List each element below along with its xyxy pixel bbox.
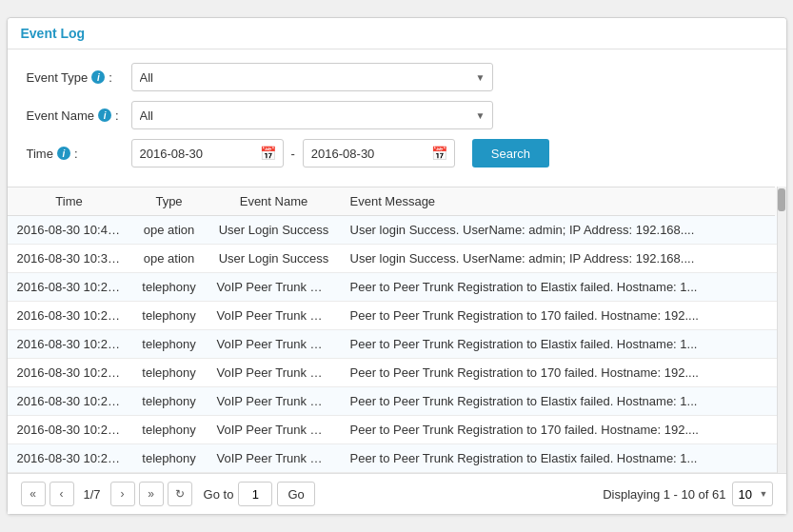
goto-wrap: Go to Go: [204, 482, 315, 506]
cell-event-name: VoIP Peer Trunk Reg...: [208, 330, 341, 359]
form-area: Event Type i: All ▼ Event Name i: All ▼: [8, 49, 786, 187]
go-button[interactable]: Go: [277, 482, 314, 506]
date-to-wrap: 📅: [303, 139, 455, 167]
date-from-input[interactable]: [131, 139, 284, 167]
table-row: 2016-08-30 10:22:10 telephony VoIP Peer …: [8, 416, 786, 444]
cell-event-name: VoIP Peer Trunk Reg...: [208, 416, 341, 444]
cell-time: 2016-08-30 10:35:16: [8, 245, 131, 273]
cell-event-name: VoIP Peer Trunk Reg...: [208, 273, 341, 302]
event-name-info-icon[interactable]: i: [98, 108, 111, 122]
table-row: 2016-08-30 10:22:58 telephony VoIP Peer …: [8, 330, 786, 359]
per-page-select-wrap: 10 20 50 ▼: [732, 482, 773, 506]
th-time: Time: [8, 187, 131, 216]
cell-message: Peer to Peer Trunk Registration to 170 f…: [341, 302, 775, 330]
refresh-button[interactable]: ↻: [168, 482, 192, 506]
displaying-text: Displaying 1 - 10 of 61: [603, 487, 725, 502]
cell-time: 2016-08-30 10:20:26: [8, 444, 131, 473]
cell-type: telephony: [131, 444, 208, 473]
cell-type: telephony: [131, 359, 208, 387]
event-log-panel: Event Log Event Type i: All ▼ Event Name…: [7, 17, 787, 515]
event-name-row: Event Name i: All ▼: [27, 101, 767, 129]
cell-time: 2016-08-30 10:22:11: [8, 387, 131, 416]
time-info-icon[interactable]: i: [57, 147, 70, 160]
event-type-select[interactable]: All: [131, 63, 493, 91]
cell-event-name: VoIP Peer Trunk Reg...: [208, 444, 341, 473]
cell-type: telephony: [131, 416, 208, 444]
table-row: 2016-08-30 10:22:39 telephony VoIP Peer …: [8, 359, 786, 387]
event-type-label: Event Type i:: [27, 70, 131, 85]
event-type-info-icon[interactable]: i: [91, 70, 105, 84]
event-name-select-wrap: All ▼: [131, 101, 493, 129]
table-outer: Time Type Event Name Event Message 2016-…: [8, 187, 786, 473]
event-name-label: Event Name i:: [27, 108, 131, 123]
th-event-name: Event Name: [208, 187, 341, 216]
date-from-wrap: 📅: [131, 139, 284, 167]
next-page-button[interactable]: ›: [110, 482, 135, 506]
cell-message: Peer to Peer Trunk Registration to Elast…: [341, 387, 775, 416]
prev-page-button[interactable]: ‹: [50, 482, 74, 506]
cell-event-name: User Login Success: [208, 245, 341, 273]
displaying-info: Displaying 1 - 10 of 61 10 20 50 ▼: [603, 482, 772, 506]
scrollbar-thumb[interactable]: [778, 188, 785, 211]
panel-title: Event Log: [21, 26, 86, 41]
time-row: Time i: 📅 - 📅 Search: [27, 139, 767, 167]
scrollbar[interactable]: [777, 187, 786, 473]
table-header: Time Type Event Name Event Message: [8, 187, 786, 216]
date-range-wrap: 📅 - 📅 Search: [131, 139, 550, 167]
goto-label: Go to: [204, 487, 234, 502]
per-page-select[interactable]: 10 20 50: [732, 482, 773, 506]
last-page-button[interactable]: »: [139, 482, 164, 506]
cell-type: ope ation: [131, 245, 208, 273]
time-label: Time i:: [27, 147, 131, 161]
cell-message: User login Success. UserName: admin; IP …: [341, 245, 775, 273]
panel-header: Event Log: [8, 18, 786, 49]
cell-message: Peer to Peer Trunk Registration to 170 f…: [341, 359, 775, 387]
cell-event-name: VoIP Peer Trunk Reg...: [208, 387, 341, 416]
event-log-table: Time Type Event Name Event Message 2016-…: [8, 187, 786, 473]
cell-message: Peer to Peer Trunk Registration to Elast…: [341, 273, 775, 302]
cell-message: Peer to Peer Trunk Registration to Elast…: [341, 444, 775, 473]
cell-type: telephony: [131, 273, 208, 302]
page-info: 1/7: [78, 487, 107, 502]
cell-time: 2016-08-30 10:24:13: [8, 302, 131, 330]
cell-type: telephony: [131, 330, 208, 359]
first-page-button[interactable]: «: [21, 482, 46, 506]
cell-event-name: VoIP Peer Trunk Reg...: [208, 302, 341, 330]
cell-type: telephony: [131, 387, 208, 416]
cell-time: 2016-08-30 10:24:27: [8, 273, 131, 302]
cell-message: User login Success. UserName: admin; IP …: [341, 216, 775, 245]
cell-event-name: VoIP Peer Trunk Reg...: [208, 359, 341, 387]
date-to-input[interactable]: [303, 139, 455, 167]
table-row: 2016-08-30 10:24:13 telephony VoIP Peer …: [8, 302, 786, 330]
table-row: 2016-08-30 10:20:26 telephony VoIP Peer …: [8, 444, 786, 473]
table-row: 2016-08-30 10:22:11 telephony VoIP Peer …: [8, 387, 786, 416]
cell-message: Peer to Peer Trunk Registration to 170 f…: [341, 416, 775, 444]
event-type-row: Event Type i: All ▼: [27, 63, 767, 91]
event-type-select-wrap: All ▼: [131, 63, 493, 91]
table-body: 2016-08-30 10:46:16 ope ation User Login…: [8, 216, 786, 473]
table-row: 2016-08-30 10:35:16 ope ation User Login…: [8, 245, 786, 273]
cell-message: Peer to Peer Trunk Registration to Elast…: [341, 330, 775, 359]
date-dash: -: [291, 147, 295, 161]
cell-type: ope ation: [131, 216, 208, 245]
cell-time: 2016-08-30 10:22:58: [8, 330, 131, 359]
cell-time: 2016-08-30 10:22:39: [8, 359, 131, 387]
search-button[interactable]: Search: [472, 139, 549, 167]
cell-time: 2016-08-30 10:46:16: [8, 216, 131, 245]
table-row: 2016-08-30 10:46:16 ope ation User Login…: [8, 216, 786, 245]
table-row: 2016-08-30 10:24:27 telephony VoIP Peer …: [8, 273, 786, 302]
pagination-bar: « ‹ 1/7 › » ↻ Go to Go Displaying 1 - 10…: [8, 473, 786, 514]
cell-event-name: User Login Success: [208, 216, 341, 245]
th-event-message: Event Message: [341, 187, 775, 216]
page-controls: « ‹ 1/7 › » ↻ Go to Go: [21, 482, 315, 506]
cell-type: telephony: [131, 302, 208, 330]
th-type: Type: [131, 187, 208, 216]
event-name-select[interactable]: All: [131, 101, 493, 129]
cell-time: 2016-08-30 10:22:10: [8, 416, 131, 444]
goto-input[interactable]: [238, 482, 272, 506]
